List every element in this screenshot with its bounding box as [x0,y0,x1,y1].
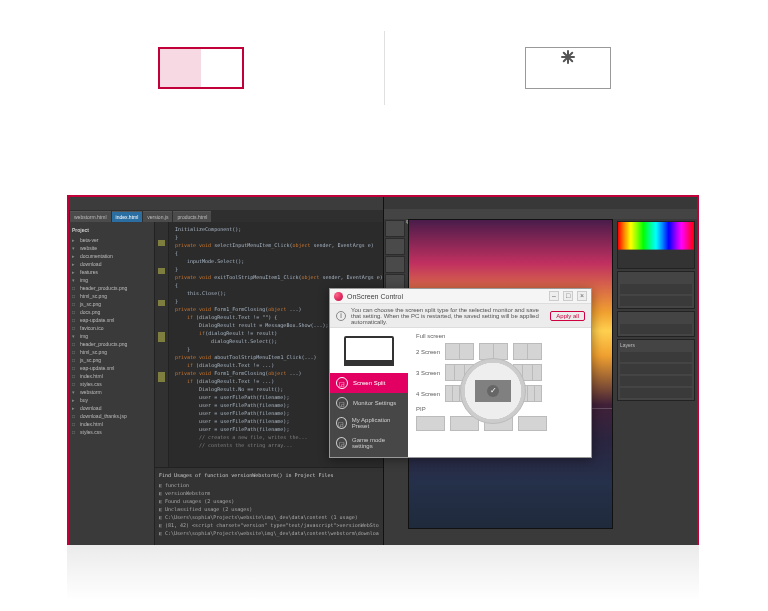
dialog-menu-label: Monitor Settings [353,400,396,406]
dialog-menu-label: Screen Split [353,380,385,386]
tree-folder[interactable]: buy [72,396,151,404]
tree-file[interactable]: styles.css [72,380,151,388]
minimize-button[interactable]: – [549,291,559,301]
split-option[interactable] [445,343,474,360]
usage-row[interactable]: Unclassified usage (2 usages) [159,505,379,513]
loading-spinner-icon [557,57,579,79]
usages-header: Find Usages of function versionWebstorm(… [159,471,379,479]
pe-tool[interactable] [385,256,405,273]
ide-tab[interactable]: version.js [143,211,172,222]
tab-loading[interactable] [525,47,611,89]
tree-file[interactable]: header_products.png [72,284,151,292]
section-two: 2 Screen [416,349,440,355]
tree-file[interactable]: js_sc.png [72,356,151,364]
ide-editor-tabs: webstorm.htmlindex.htmlversion.jsproduct… [69,210,383,222]
section-three: 3 Screen [416,370,440,376]
dialog-menu-item[interactable]: ◲Monitor Settings [330,393,408,413]
monitor-preview [330,328,408,373]
tree-file[interactable]: download_thanks.jsp [72,412,151,420]
tree-file[interactable]: header_products.png [72,340,151,348]
tab-screensplit[interactable] [158,47,244,89]
dialog-sidebar: ◲Screen Split◲Monitor Settings◲My Applic… [330,328,408,457]
check-icon: ✓ [487,385,499,397]
usage-row[interactable]: versionWebstorm [159,489,379,497]
pe-panels: Layers [615,219,697,545]
tree-folder[interactable]: download [72,404,151,412]
split-option[interactable] [513,343,542,360]
tree-folder[interactable]: download [72,260,151,268]
tree-folder[interactable]: beta-ver [72,236,151,244]
usage-row[interactable]: Found usages (2 usages) [159,497,379,505]
code-line: { [175,249,377,257]
tree-file[interactable]: docs.png [72,308,151,316]
ide-tab[interactable]: index.html [112,211,143,222]
pe-tool[interactable] [385,220,405,237]
tree-folder[interactable]: webstorm [72,388,151,396]
project-tree-header: Project [72,226,151,234]
tree-file[interactable]: styles.css [72,428,151,436]
code-line: inputMode.Select(); [175,257,377,265]
ide-menubar[interactable] [69,197,383,210]
tree-file[interactable]: html_sc.png [72,292,151,300]
app-logo-icon [334,292,343,301]
code-line: private void selectInputMenuItem_Click(o… [175,241,377,249]
apply-all-button[interactable]: Apply all [550,311,585,321]
tree-file[interactable]: js_sc.png [72,300,151,308]
split-option[interactable] [416,416,445,431]
ide-find-usages-panel[interactable]: Find Usages of function versionWebstorm(… [155,467,383,545]
dialog-menu-item[interactable]: ◲My Application Preset [330,413,408,433]
ide-tab[interactable]: webstorm.html [70,211,111,222]
code-line: InitializeComponent(); [175,225,377,233]
tree-file[interactable]: index.html [72,420,151,428]
usage-row[interactable]: C:\Users\sophia\Projects\website\img\_de… [159,529,379,537]
usage-row[interactable]: function [159,481,379,489]
pe-tool[interactable] [385,238,405,255]
ide-project-tree[interactable]: Project beta-verwebsitedocumentationdown… [69,222,155,545]
info-icon: i [336,311,346,321]
tree-file[interactable]: html_sc.png [72,348,151,356]
dialog-menu-item[interactable]: ◲Game mode settings [330,433,408,453]
tree-file[interactable]: favicon.ico [72,324,151,332]
pe-menubar[interactable] [384,197,698,209]
split-option[interactable] [518,416,547,431]
ide-gutter [155,222,169,492]
dialog-menu-label: My Application Preset [352,417,402,429]
pe-panel[interactable] [617,271,695,309]
game-icon: ◲ [336,437,347,449]
dialog-main: Full screen 2 Screen 3 Screen 4 [408,328,591,457]
pe-layers-label: Layers [620,342,692,350]
tree-folder[interactable]: img [72,276,151,284]
section-four: 4 Screen [416,391,440,397]
pe-panel[interactable] [617,311,695,337]
dialog-infobar: i You can choose the screen split type f… [330,304,591,328]
tree-file[interactable]: eap-update.xml [72,364,151,372]
close-button[interactable]: × [577,291,587,301]
dialog-menu-item[interactable]: ◲Screen Split [330,373,408,393]
selected-split-badge: ✓ [460,358,526,424]
monitor-icon [344,336,394,366]
dialog-menu-label: Game mode settings [352,437,402,449]
maximize-button[interactable]: □ [563,291,573,301]
dialog-titlebar[interactable]: OnScreen Control – □ × [330,289,591,304]
usage-row[interactable]: (81, 42) <script charset="version" type=… [159,521,379,529]
dialog-title: OnScreen Control [347,293,545,300]
tree-folder[interactable]: documentation [72,252,151,260]
tab-divider [384,31,385,105]
tree-file[interactable]: eap-update.xml [72,316,151,324]
tree-folder[interactable]: features [72,268,151,276]
usage-row[interactable]: C:\Users\sophia\Projects\website\img\_de… [159,513,379,521]
ide-tab[interactable]: products.html [173,211,211,222]
tree-folder[interactable]: img [72,332,151,340]
gear-icon: ◲ [336,397,348,409]
pe-document-tab[interactable]: photoshop-landscape-01.ps (2) [384,209,698,219]
tree-folder[interactable]: website [72,244,151,252]
pe-layers-panel[interactable]: Layers [617,339,695,401]
section-full: Full screen [416,333,583,339]
code-line: } [175,265,377,273]
tree-file[interactable]: index.html [72,372,151,380]
composite-screenshot: webstorm.htmlindex.htmlversion.jsproduct… [67,195,699,545]
pe-swatches-panel[interactable] [617,221,695,269]
onscreen-control-dialog: OnScreen Control – □ × i You can choose … [329,288,592,458]
code-line: } [175,233,377,241]
dialog-info-text: You can choose the screen split type for… [351,307,545,325]
